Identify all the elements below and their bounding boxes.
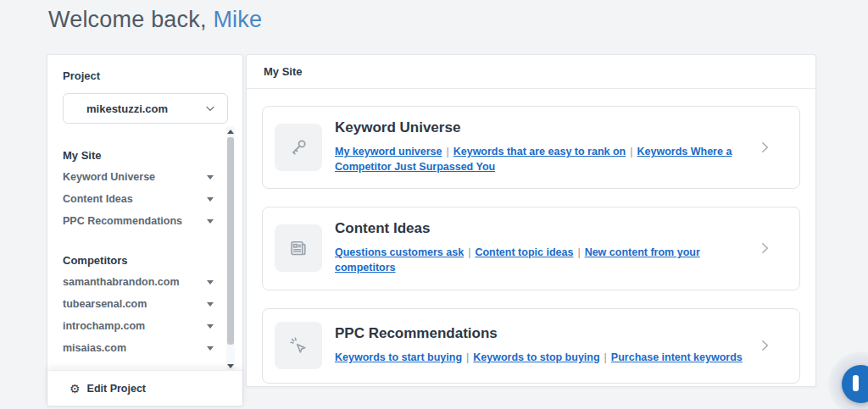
sidebar-item-label: Keyword Universe (63, 171, 155, 183)
page-title: Welcome back, Mike (48, 7, 262, 33)
greeting-prefix: Welcome back, (48, 7, 213, 32)
link-separator: | (604, 351, 607, 363)
news-icon (287, 237, 309, 259)
sidebar-section-competitors: Competitors (63, 254, 214, 267)
cursor-click-icon (287, 334, 309, 356)
project-select-value: mikestuzzi.com (86, 102, 203, 115)
chevron-right-icon (757, 140, 772, 155)
card-links: Questions customers ask|Content topic id… (335, 245, 757, 275)
project-label: Project (63, 69, 100, 82)
sidebar-item-keyword-universe[interactable]: Keyword Universe (63, 170, 214, 184)
sidebar-nav: My Site Keyword Universe Content Ideas P… (47, 126, 242, 370)
sidebar-item-competitor-2[interactable]: tubearsenal.com (63, 297, 214, 311)
sidebar-section-my-site: My Site (63, 149, 214, 162)
card-keyword-universe[interactable]: Keyword Universe My keyword universe|Key… (262, 106, 800, 189)
edit-project-button[interactable]: ⚙ Edit Project (47, 370, 242, 406)
sidebar-item-label: samanthabrandon.com (63, 276, 180, 288)
caret-down-icon (207, 324, 214, 329)
card-icon-box (275, 224, 322, 272)
link-content-topic-ideas[interactable]: Content topic ideas (475, 246, 573, 258)
sidebar-scrollbar[interactable] (226, 126, 235, 372)
gear-icon: ⚙ (70, 383, 81, 395)
caret-down-icon (207, 219, 214, 224)
chevron-right-icon (757, 240, 772, 256)
card-icon-box (275, 322, 322, 369)
link-separator: | (466, 351, 469, 363)
link-separator: | (468, 246, 470, 258)
link-my-keyword-universe[interactable]: My keyword universe (335, 146, 442, 158)
cards-list: Keyword Universe My keyword universe|Key… (247, 89, 815, 384)
sidebar-item-ppc-recommendations[interactable]: PPC Recommendations (63, 214, 214, 228)
chevron-down-icon (203, 102, 217, 115)
card-links: My keyword universe|Keywords that are ea… (335, 144, 757, 174)
chat-icon (853, 375, 859, 391)
key-icon (287, 136, 309, 158)
link-separator: | (446, 146, 448, 158)
project-sidebar: Project mikestuzzi.com My Site Keyword U… (47, 54, 243, 406)
sidebar-item-label: PPC Recommendations (63, 215, 182, 227)
scrollbar-up-arrow-icon[interactable] (227, 130, 234, 134)
sidebar-item-competitor-4[interactable]: misaias.com (63, 341, 214, 355)
card-title: PPC Recommendations (335, 325, 743, 342)
card-content-ideas[interactable]: Content Ideas Questions customers ask|Co… (262, 207, 800, 290)
sidebar-item-competitor-3[interactable]: introchamp.com (63, 319, 214, 333)
sidebar-item-label: tubearsenal.com (63, 298, 147, 310)
link-separator: | (577, 246, 580, 258)
card-ppc-recommendations[interactable]: PPC Recommendations Keywords to start bu… (262, 308, 800, 384)
link-separator: | (630, 146, 632, 158)
sidebar-item-label: Content Ideas (63, 193, 133, 205)
caret-down-icon (207, 175, 214, 180)
edit-project-label: Edit Project (87, 383, 146, 395)
my-site-panel: My Site Keyword Universe My keyword univ… (246, 54, 816, 387)
link-questions-customers-ask[interactable]: Questions customers ask (335, 246, 464, 258)
panel-header: My Site (247, 55, 815, 89)
caret-down-icon (207, 302, 214, 307)
scrollbar-down-arrow-icon[interactable] (227, 364, 234, 368)
card-icon-box (275, 124, 322, 171)
link-keywords-stop-buying[interactable]: Keywords to stop buying (473, 351, 599, 363)
link-purchase-intent-keywords[interactable]: Purchase intent keywords (611, 351, 743, 363)
caret-down-icon (207, 280, 214, 285)
scrollbar-thumb[interactable] (227, 137, 234, 345)
sidebar-item-label: introchamp.com (63, 320, 145, 332)
link-easy-to-rank[interactable]: Keywords that are easy to rank on (453, 146, 626, 158)
caret-down-icon (207, 197, 214, 202)
chevron-right-icon (757, 338, 772, 353)
card-title: Content Ideas (335, 220, 757, 237)
project-select[interactable]: mikestuzzi.com (63, 93, 228, 124)
card-links: Keywords to start buying|Keywords to sto… (335, 350, 743, 365)
card-title: Keyword Universe (335, 119, 757, 136)
link-keywords-start-buying[interactable]: Keywords to start buying (335, 351, 462, 363)
sidebar-item-content-ideas[interactable]: Content Ideas (63, 192, 214, 206)
caret-down-icon (207, 346, 214, 351)
greeting-user-name: Mike (213, 7, 262, 32)
sidebar-item-competitor-1[interactable]: samanthabrandon.com (63, 275, 214, 289)
sidebar-item-label: misaias.com (63, 342, 126, 354)
